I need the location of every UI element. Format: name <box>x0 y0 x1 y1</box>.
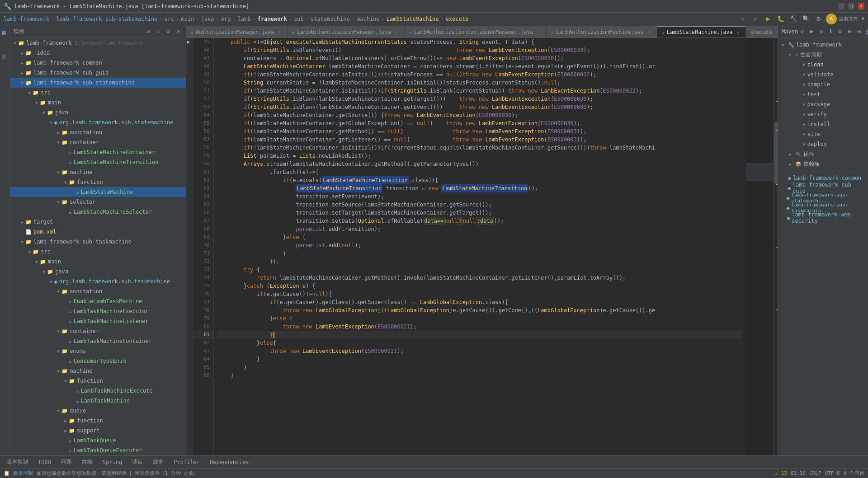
maven-module-websecurity[interactable]: ◉ lamb-framework-web-security <box>778 213 868 223</box>
maven-expand-all-button[interactable]: ⊞ <box>845 28 854 36</box>
breadcrumb-item[interactable]: machine <box>357 16 380 22</box>
bottom-tab-services[interactable]: 服务 <box>148 457 168 468</box>
search-button[interactable]: 🔍 <box>801 14 811 24</box>
maven-item-lifecycle[interactable]: ▼ ⚡ 生命周期 <box>778 50 868 60</box>
tree-item-src-sm[interactable]: ▼ 📁 src <box>10 88 186 98</box>
tree-item-queue-tm[interactable]: ▼ 📁 queue <box>10 406 186 416</box>
tree-item-machine-tm[interactable]: ▼ 📁 machine <box>10 366 186 376</box>
tree-item-function-sm[interactable]: ▼ 📁 function <box>10 177 186 187</box>
tab-execute[interactable]: execute ✕ <box>746 26 778 37</box>
tree-item-ltmqueueexec[interactable]: ☕ LambTaskQueueExecutor <box>10 445 186 455</box>
maven-download-button[interactable]: ⬇ <box>826 28 835 36</box>
tree-item-pkg-sm[interactable]: ▼ ◉ org.lamb.framework.sub.statemachine <box>10 117 186 127</box>
tree-close-button[interactable]: ✕ <box>174 28 182 36</box>
maven-item-compile[interactable]: ⚡ compile <box>778 80 868 89</box>
breadcrumb-item[interactable]: execute <box>446 16 469 22</box>
maximize-button[interactable]: □ <box>848 3 854 9</box>
navigate-back-button[interactable]: ‹ <box>737 14 748 24</box>
maven-module-guid[interactable]: ◉ lamb-framework-sub-guid <box>778 183 868 193</box>
tab-close-button[interactable]: ✕ <box>535 29 542 35</box>
tree-item-ltmcontainer[interactable]: ☕ LambTaskMachineContainer <box>10 336 186 346</box>
bottom-tab-spring[interactable]: Spring <box>98 457 127 468</box>
tree-item-enums-tm[interactable]: ▼ 📁 enums <box>10 346 186 356</box>
tree-item-taskmachine[interactable]: ▼ 📁 lamb-framework-sub-taskmachine <box>10 237 186 247</box>
maven-item-dependencies[interactable]: ▶ 📦 依赖项 <box>778 159 868 169</box>
build-button[interactable]: 🔨 <box>788 14 799 24</box>
tree-item-ltmlistener[interactable]: ☕ LambTaskMachineListener <box>10 316 186 326</box>
tab-close-button[interactable]: ✕ <box>393 29 400 35</box>
tab-close-button[interactable]: ✕ <box>735 29 741 35</box>
navigate-forward-button[interactable]: › <box>750 14 761 24</box>
tree-expand-button[interactable]: ≡ <box>154 28 162 36</box>
maven-item-validate[interactable]: ⚡ validate <box>778 70 868 80</box>
maven-link-button[interactable]: 🔗 <box>864 28 868 36</box>
maven-item-root[interactable]: ▼ 🔧 lamb-framework <box>778 40 868 50</box>
breadcrumb-item[interactable]: main <box>181 16 194 22</box>
tab-lambauthrzmachine[interactable]: ☕ LambAuthorizationMachinejava ✕ <box>547 26 657 37</box>
tree-item-ltm[interactable]: ☕ LambTaskMachine <box>10 396 186 406</box>
profile-avatar[interactable]: A <box>826 14 837 24</box>
maven-item-clean[interactable]: ⚡ clean <box>778 60 868 70</box>
breadcrumb-item[interactable]: LambStateMachine <box>387 16 439 22</box>
tree-item-ltmexecute[interactable]: ☕ LambTaskMachineExecute <box>10 386 186 396</box>
maven-item-site[interactable]: ⚡ site <box>778 129 868 139</box>
maven-item-test[interactable]: ⚡ test <box>778 89 868 99</box>
project-tab[interactable]: 项目 <box>0 25 8 52</box>
tree-item-ltmqueue[interactable]: ☕ LambTaskQueue <box>10 436 186 445</box>
bottom-tab-vcs[interactable]: 版本控制 <box>2 457 33 468</box>
bottom-tab-dependencies[interactable]: Dependencies <box>205 457 254 468</box>
close-button[interactable]: ✕ <box>858 3 864 9</box>
tree-item-ltmexec[interactable]: ☕ LambTaskMachineExecutor <box>10 306 186 316</box>
code-editor[interactable]: public <T>Object execute(LambStateMachin… <box>214 38 746 455</box>
bottom-tab-todo[interactable]: TODO <box>33 457 56 468</box>
tree-item-pom-sm[interactable]: 📄 pom.xml <box>10 227 186 237</box>
tree-locate-button[interactable]: ⊙ <box>144 28 152 36</box>
maven-item-verify[interactable]: ⚡ verify <box>778 109 868 119</box>
breadcrumb-item[interactable]: framework <box>258 16 287 22</box>
tab-lambauthrz[interactable]: ☕ LambAuthorizationContainerManager.java… <box>405 26 547 37</box>
maven-refresh-button[interactable]: ⟳ <box>798 28 806 36</box>
tab-close-button[interactable]: ✕ <box>276 29 283 35</box>
breadcrumb-item[interactable]: lamb-framework <box>4 16 49 22</box>
tree-item-annotation-tm[interactable]: ▼ 📁 annotation <box>10 286 186 296</box>
tree-item-consumertypes[interactable]: ☕ ConsumerTypeEnum <box>10 356 186 366</box>
breadcrumb-item[interactable]: java <box>201 16 214 22</box>
maven-run-button[interactable]: ▶ <box>807 28 816 36</box>
maven-skip-tests-button[interactable]: ⊘ <box>817 28 825 36</box>
maven-settings-button[interactable]: ⚙ <box>836 28 844 36</box>
bottom-tab-breakpoints[interactable]: 读点 <box>127 457 147 468</box>
tree-item-src-tm[interactable]: ▼ 📁 src <box>10 247 186 257</box>
tab-lambstatemachine[interactable]: ☕ LambStateMachine.java ✕ <box>657 26 746 37</box>
breadcrumb-item[interactable]: src <box>165 16 175 22</box>
maven-item-install[interactable]: ⚡ install <box>778 119 868 129</box>
breadcrumb-item[interactable]: statemachine <box>311 16 350 22</box>
tree-item-machine-sm[interactable]: ▼ 📁 machine <box>10 167 186 177</box>
breadcrumb-item[interactable]: sub <box>294 16 304 22</box>
tree-item-idea[interactable]: ▶ 📁 .idea <box>10 48 186 58</box>
minimize-button[interactable]: ─ <box>838 3 844 9</box>
bottom-tab-problems[interactable]: 问题 <box>57 457 76 468</box>
scroll-thumb[interactable] <box>774 122 778 184</box>
bottom-tab-terminal[interactable]: 终端 <box>77 457 97 468</box>
tree-item-main-tm[interactable]: ▼ 📁 main <box>10 257 186 267</box>
tree-item-container-sm[interactable]: ▼ 📁 container <box>10 137 186 147</box>
tree-item-lsm[interactable]: ☕ LambStateMachine <box>10 187 186 197</box>
breadcrumb-item[interactable]: lamb-framework-sub-statemachine <box>56 16 157 22</box>
tree-item-java-tm[interactable]: ▼ 📁 java <box>10 267 186 276</box>
breadcrumb-item[interactable]: org <box>221 16 231 22</box>
tree-item-function-q[interactable]: ▶ 📁 function <box>10 416 186 426</box>
run-button[interactable]: ▶ <box>763 14 774 24</box>
maven-module-statemachine[interactable]: ◉ lamb-framework-sub-statemachi... <box>778 193 868 203</box>
tree-item-target-sm[interactable]: ▶ 📁 target <box>10 217 186 227</box>
debug-button[interactable]: 🐛 <box>775 14 786 24</box>
maven-collapse-all-button[interactable]: ⊟ <box>855 28 863 36</box>
tree-item-lsmtransition[interactable]: ☕ LambStateMachineTransition <box>10 157 186 167</box>
tree-settings-button[interactable]: ⚙ <box>164 28 172 36</box>
tree-item-pkg-tm[interactable]: ▼ ◉ org.lamb.framework.sub.taskmachine <box>10 276 186 286</box>
tree-item-container-tm[interactable]: ▼ 📁 container <box>10 326 186 336</box>
maven-item-deploy[interactable]: ⚡ deploy <box>778 139 868 149</box>
status-copy-button[interactable]: 📋 版本控制 <box>4 470 33 477</box>
maven-item-plugins[interactable]: ▶ 🔌 插件 <box>778 149 868 159</box>
tab-close-button[interactable]: ✕ <box>646 29 652 35</box>
tab-authorizationmanager[interactable]: ☕ AuthorizationManager.java ✕ <box>186 26 288 37</box>
